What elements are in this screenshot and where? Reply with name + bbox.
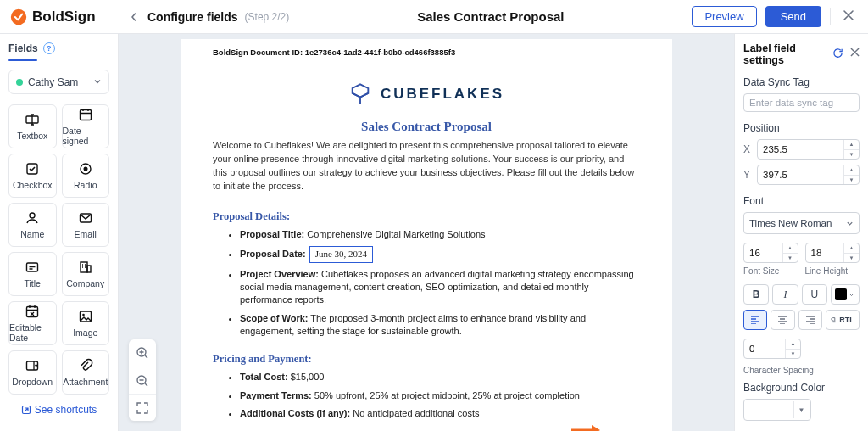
chevron-left-icon[interactable] [127, 10, 141, 24]
crumb-title: Configure fields [147, 10, 238, 24]
attachment-icon [78, 358, 93, 373]
help-icon[interactable]: ? [43, 42, 55, 54]
background-color-label: Background Color [743, 382, 860, 394]
svg-rect-9 [81, 262, 87, 272]
editable-date-icon [25, 304, 40, 319]
line-height-input[interactable]: 18 ▲▼ [805, 243, 860, 263]
font-family-select[interactable]: Times New Roman [743, 212, 860, 234]
svg-rect-11 [27, 307, 38, 317]
brand-name: BoldSign [32, 8, 96, 25]
status-dot-icon [16, 79, 23, 86]
svg-point-6 [30, 213, 35, 218]
position-label: Position [743, 122, 860, 134]
top-actions: Preview Send [692, 6, 858, 27]
right-panel: Label field settings Data Sync Tag Posit… [734, 34, 868, 431]
see-shortcuts-label: See shortcuts [35, 404, 97, 416]
zoom-out-button[interactable] [129, 367, 156, 394]
background-color-picker[interactable]: ▼ [743, 399, 811, 421]
rtl-button[interactable]: RTL [826, 310, 860, 330]
checkbox-icon [25, 161, 40, 176]
section-pricing: Pricing and Payment: [213, 353, 640, 366]
line-height-sublabel: Line Height [805, 266, 860, 276]
chevron-down-icon [93, 76, 102, 88]
palette-item-radio[interactable]: Radio [62, 154, 110, 198]
palette-item-company[interactable]: Company [62, 252, 110, 296]
spin-down[interactable]: ▼ [844, 150, 859, 160]
doc-intro: Welcome to Cubeflakes! We are delighted … [213, 139, 640, 193]
palette-item-label: Name [20, 229, 44, 239]
brand-logo-icon [10, 8, 27, 25]
palette-item-label: Radio [74, 180, 97, 190]
name-icon [25, 210, 40, 226]
font-size-input[interactable]: 16 ▲▼ [743, 243, 798, 263]
proposal-date-label-field[interactable]: June 30, 2024 [309, 246, 373, 262]
palette-item-attachment[interactable]: Attachment [62, 350, 110, 395]
palette-item-editable-date[interactable]: Editable Date [8, 301, 57, 345]
close-icon[interactable] [839, 6, 858, 27]
spin-down[interactable]: ▼ [844, 176, 859, 185]
send-button[interactable]: Send [765, 6, 821, 27]
palette-item-date-signed[interactable]: Date signed [62, 104, 110, 148]
palette-item-textbox[interactable]: Textbox [8, 104, 57, 148]
spin-up[interactable]: ▲ [844, 140, 859, 150]
palette-item-dropdown[interactable]: Dropdown [8, 350, 57, 395]
align-right-button[interactable] [798, 310, 822, 330]
position-y-input[interactable]: 397.5 ▲▼ [757, 165, 860, 185]
palette-item-label: Date signed [63, 126, 109, 146]
palette-item-checkbox[interactable]: Checkbox [8, 154, 57, 198]
image-icon [78, 309, 93, 324]
palette-item-name[interactable]: Name [8, 203, 57, 247]
spin-up[interactable]: ▲ [844, 165, 859, 176]
title-icon [25, 260, 40, 275]
refresh-icon[interactable] [832, 48, 843, 61]
palette-item-image[interactable]: Image [62, 301, 110, 345]
align-left-button[interactable] [743, 310, 767, 330]
list-item: Scope of Work: The proposed 3-month proj… [240, 312, 640, 339]
email-icon [78, 210, 93, 226]
char-spacing-input[interactable]: 0 ▲▼ [743, 339, 801, 359]
palette-item-label: Title [25, 278, 41, 288]
bold-button[interactable]: B [743, 284, 769, 305]
fullscreen-button[interactable] [129, 394, 156, 421]
signer-select[interactable]: Cathy Sam [8, 70, 109, 94]
list-item: Proposal Date:June 30, 2024 [240, 246, 640, 262]
y-label: Y [743, 169, 752, 181]
svg-point-13 [82, 314, 85, 316]
zoom-in-button[interactable] [129, 339, 156, 367]
palette-item-title[interactable]: Title [8, 252, 57, 296]
palette-item-email[interactable]: Email [62, 203, 110, 247]
palette-item-label: Image [73, 327, 97, 338]
color-swatch-icon [835, 288, 847, 300]
date-signed-icon [78, 107, 93, 122]
close-panel-icon[interactable] [850, 48, 860, 61]
breadcrumb: Configure fields (Step 2/2) [127, 10, 289, 24]
zoom-tools [129, 339, 156, 421]
section-proposal-details: Proposal Details: [213, 210, 640, 223]
see-shortcuts-link[interactable]: See shortcuts [5, 395, 113, 424]
position-x-input[interactable]: 235.5 ▲▼ [757, 139, 860, 160]
signer-name: Cathy Sam [28, 76, 78, 88]
x-label: X [743, 143, 752, 155]
divider [830, 8, 831, 25]
preview-button[interactable]: Preview [692, 6, 756, 27]
font-color-button[interactable] [831, 284, 860, 305]
svg-rect-2 [80, 110, 91, 120]
italic-button[interactable]: I [772, 284, 798, 305]
page-title: Sales Contract Proposal [298, 9, 683, 24]
data-sync-label: Data Sync Tag [743, 76, 860, 88]
left-panel: Fields ? Cathy Sam TextboxDate signedChe… [0, 34, 119, 431]
data-sync-input[interactable] [743, 93, 860, 112]
textbox-icon [25, 112, 40, 127]
cubeflakes-logo-icon [348, 82, 372, 106]
underline-button[interactable]: U [802, 284, 827, 305]
list-item: Proposal Title: Comprehensive Digital Ma… [240, 228, 640, 241]
topbar: BoldSign Configure fields (Step 2/2) Sal… [0, 0, 868, 34]
svg-point-0 [11, 8, 26, 24]
list-item: Total Cost: $15,000 [240, 371, 640, 383]
svg-point-5 [83, 167, 87, 171]
document-canvas[interactable]: BoldSign Document ID: 1e2736c4-1ad2-441f… [119, 34, 734, 431]
align-center-button[interactable] [771, 310, 794, 330]
open-icon [21, 405, 31, 415]
radio-icon [78, 161, 93, 176]
chevron-down-icon [849, 292, 854, 298]
